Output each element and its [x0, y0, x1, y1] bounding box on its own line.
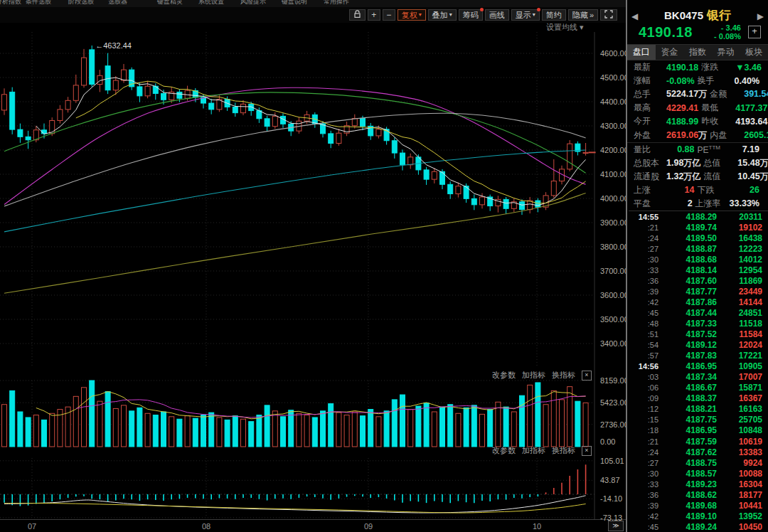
menu-item-7[interactable]: 风险提示 — [240, 0, 266, 6]
field-value: 1.98万亿 — [666, 157, 703, 169]
indicator-tool-3[interactable]: 换指标 — [552, 445, 575, 456]
volume-tool-1[interactable]: 改参数 — [492, 370, 516, 381]
tick-row: :334189.2316304 — [629, 479, 768, 489]
menu-item-3[interactable]: 阶段选股 — [68, 0, 94, 6]
menu-item-6[interactable]: 系统设置 — [198, 0, 224, 6]
field-row: 最高4229.41最低4177.37 — [627, 101, 768, 115]
field-row: 总手5224.17万金额391.54亿 — [627, 87, 768, 101]
tick-row: :214187.5910619 — [629, 436, 768, 447]
tick-row: :274188.759924 — [629, 457, 768, 468]
line-MA60 — [4, 92, 586, 173]
field-value: 5224.17万 — [666, 88, 710, 100]
menu-item-4[interactable]: 选股器 — [108, 0, 127, 6]
toolbar-overlay-button[interactable]: 叠加▾ — [428, 9, 457, 21]
tick-row: :034187.3417007 — [629, 372, 768, 383]
toolbar-chips-button[interactable]: 筹码 — [459, 9, 483, 21]
tick-row: :424189.1013952 — [629, 511, 768, 521]
tab-指数[interactable]: 指数 — [683, 45, 712, 60]
field-label: 涨幅 — [634, 75, 666, 87]
toolbar-chips-label: 筹码 — [463, 10, 479, 21]
toolbar-draw-line-label: 画线 — [489, 10, 505, 21]
tick-row: :394187.7723449 — [629, 286, 768, 297]
tick-row: :304188.5710088 — [629, 468, 768, 479]
tab-异动[interactable]: 异动 — [712, 45, 740, 60]
svg-text:09: 09 — [364, 522, 373, 531]
toolbar-hide-button[interactable]: 隐藏» — [568, 9, 598, 21]
tab-板块[interactable]: 板块 — [740, 45, 768, 60]
svg-text:-14.10: -14.10 — [600, 494, 622, 503]
tick-row: :154187.7525705 — [629, 415, 768, 425]
menu-item-1[interactable]: 分析指数 — [0, 0, 21, 6]
quote-panel: ◀ ▶ BK0475银行 4190.18 - 3.46 - 0.08% + 盘口… — [626, 0, 768, 532]
svg-text:4400.00: 4400.00 — [600, 97, 627, 106]
expand-icon — [604, 10, 613, 20]
field-label: 涨跌 — [701, 61, 735, 73]
tab-资金[interactable]: 资金 — [656, 45, 684, 60]
field-value: 10.45万亿 — [737, 171, 768, 183]
field-label: 平盘 — [634, 198, 666, 210]
double-arrow-icon: » — [590, 11, 594, 19]
line-MA120 — [4, 150, 586, 232]
field-label: 金额 — [710, 88, 744, 100]
toolbar-display-button[interactable]: 显示▾ — [511, 9, 540, 21]
svg-text:3500.00: 3500.00 — [600, 315, 627, 324]
field-value: 4229.41 — [666, 103, 701, 113]
svg-text:4100.00: 4100.00 — [600, 170, 627, 179]
volume-tool-2[interactable]: 加指标 — [522, 370, 545, 381]
field-row: 外盘2619.06万内盘2605.11万 — [627, 128, 768, 142]
field-value: 391.54亿 — [744, 88, 768, 100]
stock-title: BK0475银行 — [627, 7, 768, 23]
field-value: 0.88 — [666, 144, 698, 154]
field-label: 上涨率 — [695, 198, 730, 210]
quote-line: 4190.18 - 3.46 - 0.08% + — [639, 23, 761, 41]
toolbar-lock-button[interactable] — [349, 9, 366, 21]
toolbar-zoom-out-label: − — [386, 10, 391, 20]
app-window: 分析指数条件选股阶段选股选股器键盘精灵系统设置风险提示键盘说明常用操作 +−复权… — [0, 0, 768, 532]
tick-row: :394189.6810441 — [629, 500, 768, 511]
add-to-watchlist-button[interactable]: + — [748, 26, 761, 38]
toolbar-fuquan-button[interactable]: 复权▾ — [398, 9, 426, 21]
menu-item-5[interactable]: 键盘精灵 — [157, 0, 183, 6]
ma-settings-button[interactable]: 设置均线 ▾ — [546, 22, 584, 33]
tick-list[interactable]: 14:554188.2920311:214189.7419102:244189.… — [629, 211, 768, 532]
field-label: 今开 — [634, 115, 666, 127]
svg-text:3900.00: 3900.00 — [600, 218, 627, 227]
menu-item-8[interactable]: 键盘说明 — [282, 0, 307, 6]
next-page-button[interactable]: ≫ — [608, 521, 624, 531]
toolbar: +−复权▾叠加▾筹码画线显示▾简约隐藏» — [0, 7, 627, 23]
quote-header: ◀ ▶ BK0475银行 4190.18 - 3.46 - 0.08% + — [627, 0, 768, 44]
toolbar-fullscreen-button[interactable] — [600, 9, 617, 21]
field-row: 平盘2上涨率33.33% — [627, 197, 768, 211]
tick-row: :304188.6814012 — [629, 254, 768, 265]
volume-tool-3[interactable]: 换指标 — [552, 370, 575, 381]
toolbar-simple-button[interactable]: 简约 — [542, 9, 566, 21]
chevron-down-icon: ▾ — [449, 12, 452, 18]
volume-pane-close-icon[interactable]: × — [582, 371, 592, 381]
menu-item-2[interactable]: 条件选股 — [26, 0, 51, 6]
price-change: - 3.46 - 0.08% — [693, 23, 741, 41]
svg-text:2736.00: 2736.00 — [600, 420, 627, 429]
ma-lines — [4, 78, 586, 293]
tick-row: :064186.6715871 — [629, 383, 768, 393]
tab-盘口[interactable]: 盘口 — [627, 45, 656, 60]
indicator-tool-1[interactable]: 改参数 — [492, 445, 516, 456]
field-value: 4193.64 — [735, 117, 768, 127]
menu-item-9[interactable]: 常用操作 — [324, 0, 349, 6]
indicator-tool-2[interactable]: 加指标 — [522, 445, 545, 456]
field-row: 上涨14下跌26 — [627, 183, 768, 197]
toolbar-draw-line-button[interactable]: 画线 — [485, 9, 509, 21]
candles: ←4632.44 — [2, 41, 596, 215]
toolbar-zoom-out-button[interactable]: − — [383, 9, 395, 21]
toolbar-zoom-in-button[interactable]: + — [368, 9, 380, 21]
change-value: - 3.46 — [721, 23, 741, 32]
tick-row: :184186.9510848 — [629, 425, 768, 436]
svg-text:43.87: 43.87 — [600, 476, 620, 484]
field-value: 2619.06万 — [666, 129, 710, 142]
svg-text:105.01: 105.01 — [600, 457, 624, 465]
field-row: 总股本1.98万亿总值15.48万亿 — [627, 156, 768, 170]
ma-settings-label: 设置均线 — [546, 23, 577, 31]
field-value: -0.08% — [666, 76, 698, 86]
svg-text:5423.00: 5423.00 — [600, 398, 627, 407]
change-percent: - 0.08% — [714, 32, 741, 41]
indicator-pane-close-icon[interactable]: × — [582, 446, 592, 456]
